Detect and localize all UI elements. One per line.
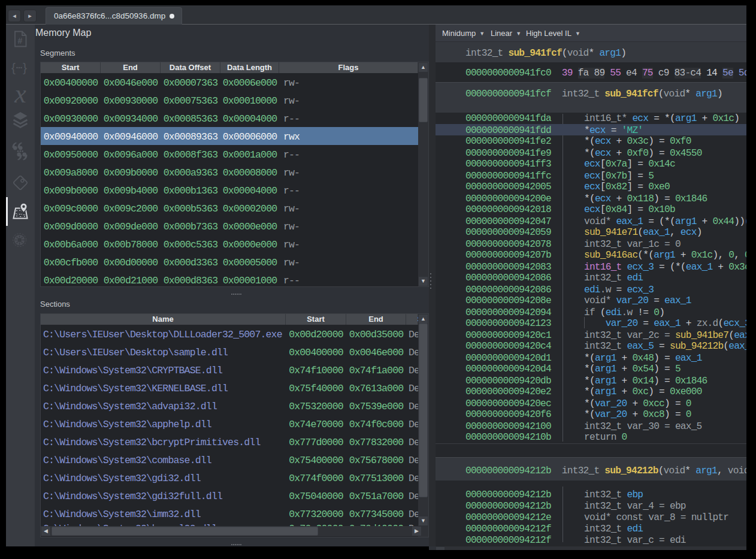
svg-text:{: { xyxy=(11,61,16,74)
svg-text:x: x xyxy=(14,87,26,104)
svg-text:#: # xyxy=(18,36,23,46)
svg-text:}: } xyxy=(23,61,27,74)
